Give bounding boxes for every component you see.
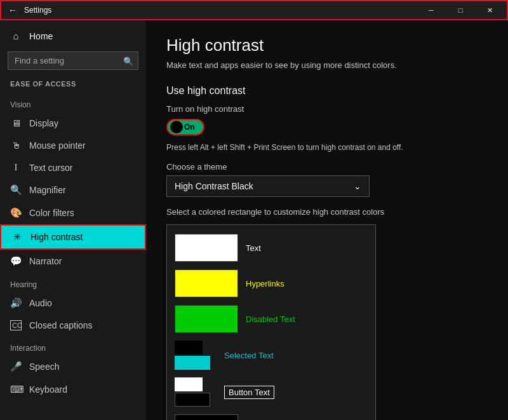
chevron-down-icon: ⌄ [354, 181, 361, 191]
display-label: Display [29, 118, 58, 128]
sidebar-item-keyboard[interactable]: ⌨ Keyboard [0, 378, 146, 401]
high-contrast-label: High contrast [30, 232, 83, 242]
toggle-knob [170, 121, 183, 133]
button-text-swatch-1[interactable] [175, 377, 203, 391]
home-icon: ⌂ [10, 30, 22, 41]
button-text-color-label: Button Text [224, 386, 274, 399]
colors-hint: Select a colored rectangle to customize … [166, 207, 488, 217]
search-input[interactable] [8, 51, 138, 70]
hyperlinks-color-swatch[interactable] [175, 269, 238, 297]
color-row-hyperlinks: Hyperlinks [172, 266, 370, 301]
speech-label: Speech [29, 362, 59, 372]
keyboard-hint: Press left Alt + left Shift + Print Scre… [166, 143, 488, 152]
dropdown-label: Choose a theme [166, 162, 488, 172]
color-filters-label: Color filters [29, 208, 74, 218]
selected-text-swatch-1[interactable] [175, 341, 203, 355]
sidebar-item-closed-captions[interactable]: CC Closed captions [0, 315, 146, 336]
audio-icon: 🔊 [10, 297, 22, 309]
toggle-label: Turn on high contrast [166, 104, 488, 114]
high-contrast-icon: ✳ [11, 231, 23, 243]
display-icon: 🖥 [10, 118, 22, 128]
restore-button[interactable]: □ [446, 0, 475, 20]
title-bar-text: Settings [24, 6, 417, 15]
color-filters-icon: 🎨 [10, 207, 22, 219]
keyboard-label: Keyboard [29, 384, 67, 395]
page-description: Make text and apps easier to see by usin… [166, 60, 488, 70]
audio-label: Audio [29, 298, 52, 308]
hyperlinks-color-label: Hyperlinks [246, 279, 284, 288]
mouse-pointer-label: Mouse pointer [29, 140, 86, 151]
main-layout: ⌂ Home 🔍 Ease of Access Vision 🖥 Display… [0, 20, 508, 420]
color-grid: Text Hyperlinks Disabled Text Selected T… [166, 224, 376, 420]
page-title: High contrast [166, 36, 488, 55]
content-area: High contrast Make text and apps easier … [146, 20, 508, 420]
sidebar-item-high-contrast[interactable]: ✳ High contrast [0, 224, 146, 250]
closed-captions-label: Closed captions [29, 320, 93, 330]
selected-text-swatches [175, 341, 210, 370]
theme-dropdown[interactable]: High Contrast Black ⌄ [166, 175, 370, 197]
back-button[interactable]: ← [4, 1, 22, 19]
text-cursor-icon: I [10, 162, 22, 173]
close-button[interactable]: ✕ [475, 0, 504, 20]
sidebar-item-speech[interactable]: 🎤 Speech [0, 355, 146, 378]
search-box: 🔍 [8, 51, 138, 70]
selected-text-swatch-2[interactable] [175, 356, 210, 370]
vision-section-label: Vision [0, 93, 146, 112]
background-color-swatch[interactable] [175, 414, 238, 420]
text-color-swatch[interactable] [175, 234, 238, 262]
magnifier-icon: 🔍 [10, 184, 22, 196]
text-cursor-label: Text cursor [29, 163, 72, 173]
sidebar-item-display[interactable]: 🖥 Display [0, 112, 146, 134]
magnifier-label: Magnifier [29, 185, 66, 195]
mouse-icon: 🖱 [10, 140, 22, 151]
disabled-text-color-swatch[interactable] [175, 305, 238, 333]
hearing-section-label: Hearing [0, 273, 146, 292]
title-bar-controls: ─ □ ✕ [417, 0, 504, 20]
button-text-swatch-2[interactable] [175, 393, 210, 407]
sidebar-item-narrator[interactable]: 💬 Narrator [0, 250, 146, 273]
disabled-text-color-label: Disabled Text [246, 315, 295, 324]
speech-icon: 🎤 [10, 361, 22, 372]
search-icon: 🔍 [123, 56, 133, 65]
section-title: Use high contrast [166, 85, 488, 97]
keyboard-icon: ⌨ [10, 384, 22, 395]
ease-of-access-label: Ease of Access [0, 75, 146, 93]
sidebar: ⌂ Home 🔍 Ease of Access Vision 🖥 Display… [0, 20, 146, 420]
color-row-background: Background [172, 410, 370, 420]
button-text-swatches [175, 377, 210, 407]
color-row-button-text: Button Text [172, 374, 370, 410]
color-row-text: Text [172, 230, 370, 266]
home-label: Home [29, 31, 53, 41]
toggle-state: On [184, 123, 195, 132]
selected-text-color-label: Selected Text [224, 351, 274, 360]
closed-captions-icon: CC [10, 320, 22, 330]
sidebar-item-mouse-pointer[interactable]: 🖱 Mouse pointer [0, 134, 146, 156]
sidebar-item-color-filters[interactable]: 🎨 Color filters [0, 201, 146, 224]
toggle-row: On [166, 119, 488, 135]
sidebar-item-magnifier[interactable]: 🔍 Magnifier [0, 179, 146, 201]
interaction-section-label: Interaction [0, 336, 146, 355]
narrator-icon: 💬 [10, 255, 22, 267]
color-row-selected-text: Selected Text [172, 337, 370, 374]
narrator-label: Narrator [29, 256, 62, 266]
sidebar-item-audio[interactable]: 🔊 Audio [0, 292, 146, 315]
minimize-button[interactable]: ─ [417, 0, 446, 20]
high-contrast-toggle[interactable]: On [166, 119, 204, 135]
dropdown-value: High Contrast Black [175, 181, 253, 191]
text-color-label: Text [246, 243, 261, 253]
color-row-disabled-text: Disabled Text [172, 301, 370, 337]
sidebar-item-home[interactable]: ⌂ Home [0, 25, 146, 46]
title-bar: ← Settings ─ □ ✕ [0, 0, 508, 20]
sidebar-item-text-cursor[interactable]: I Text cursor [0, 156, 146, 179]
